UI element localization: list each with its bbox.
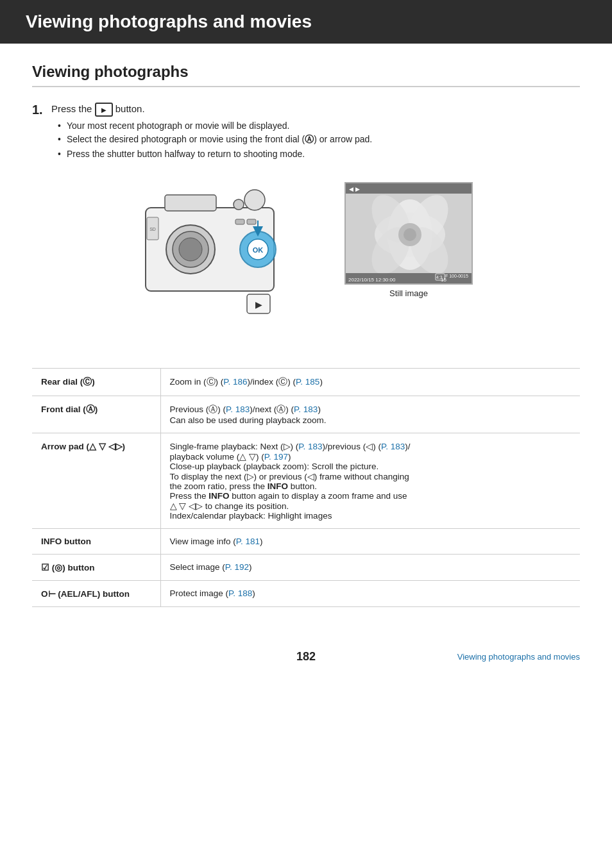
svg-text:SD: SD [149, 227, 156, 231]
step-number: 1. [32, 103, 51, 117]
svg-point-6 [179, 238, 202, 261]
link-p197[interactable]: P. 197 [264, 452, 288, 462]
svg-point-25 [404, 228, 416, 241]
images-row: OK ▶ SD [32, 182, 580, 349]
link-p188[interactable]: P. 188 [228, 588, 252, 598]
svg-text:4:3: 4:3 [436, 275, 443, 280]
table-cell-content: Single-frame playback: Next (▷) (P. 183)… [160, 433, 580, 529]
link-p183a[interactable]: P. 183 [226, 405, 250, 414]
page-footer: 182 Viewing photographs and movies [0, 639, 612, 668]
step-text: Press the button. [51, 103, 580, 117]
bullet-item: Press the shutter button halfway to retu… [58, 149, 580, 159]
bullet-item: Your most recent photograph or movie wil… [58, 121, 580, 131]
svg-text:▶: ▶ [255, 299, 262, 310]
svg-rect-10 [235, 219, 244, 224]
footer-chapter-link[interactable]: Viewing photographs and movies [457, 652, 580, 662]
table-row: Rear dial (Ⓒ) Zoom in (Ⓒ) (P. 186)/index… [32, 369, 580, 396]
svg-rect-1 [165, 195, 216, 211]
table-cell-label: Front dial (Ⓐ) [32, 396, 160, 433]
camera-diagram: OK ▶ SD [139, 182, 319, 349]
info-table: Rear dial (Ⓒ) Zoom in (Ⓒ) (P. 186)/index… [32, 368, 580, 607]
svg-rect-26 [346, 183, 473, 194]
table-cell-content: Previous (Ⓐ) (P. 183)/next (Ⓐ) (P. 183) … [160, 396, 580, 433]
table-row: Front dial (Ⓐ) Previous (Ⓐ) (P. 183)/nex… [32, 396, 580, 433]
link-p183c[interactable]: P. 183 [298, 442, 322, 451]
still-image-label: Still image [389, 288, 428, 298]
table-cell-label: Arrow pad (△ ▽ ◁▷) [32, 433, 160, 529]
page-header-title: Viewing photographs and movies [26, 12, 586, 32]
table-cell-label: ☑ (◎) button [32, 555, 160, 581]
bullet-list: Your most recent photograph or movie wil… [58, 121, 580, 159]
svg-point-2 [244, 190, 265, 210]
still-image-box: ◀ ▶ 2022/10/15 12:30:00 15 F 100-0015 4:… [344, 182, 473, 285]
bullet-item: Select the desired photograph or movie u… [58, 134, 580, 146]
page-content: Viewing photographs 1. Press the button.… [0, 63, 612, 633]
link-p183b[interactable]: P. 183 [294, 405, 318, 414]
table-row: O⊢ (AEL/AFL) button Protect image (P. 18… [32, 581, 580, 607]
page-header: Viewing photographs and movies [0, 0, 612, 44]
svg-rect-11 [247, 219, 256, 224]
svg-point-3 [234, 199, 244, 210]
table-cell-label: O⊢ (AEL/AFL) button [32, 581, 160, 607]
svg-text:F 100-0015: F 100-0015 [445, 274, 468, 278]
table-cell-label: Rear dial (Ⓒ) [32, 369, 160, 396]
step-content: Press the button. Your most recent photo… [51, 103, 580, 169]
playback-button-icon [95, 103, 113, 117]
page-number: 182 [296, 650, 316, 664]
svg-text:OK: OK [253, 246, 264, 254]
section-title: Viewing photographs [32, 63, 580, 87]
table-cell-content: Select image (P. 192) [160, 555, 580, 581]
table-row: INFO button View image info (P. 181) [32, 529, 580, 555]
still-image-container: ◀ ▶ 2022/10/15 12:30:00 15 F 100-0015 4:… [344, 182, 473, 298]
link-p192[interactable]: P. 192 [225, 562, 249, 572]
table-cell-label: INFO button [32, 529, 160, 555]
table-row: Arrow pad (△ ▽ ◁▷) Single-frame playback… [32, 433, 580, 529]
svg-text:◀ ▶: ◀ ▶ [349, 186, 360, 192]
link-p185[interactable]: P. 185 [296, 377, 319, 387]
step-1: 1. Press the button. Your most recent ph… [32, 103, 580, 169]
link-p183d[interactable]: P. 183 [381, 442, 405, 451]
link-p186[interactable]: P. 186 [223, 377, 247, 387]
table-cell-content: Zoom in (Ⓒ) (P. 186)/index (Ⓒ) (P. 185) [160, 369, 580, 396]
table-cell-content: Protect image (P. 188) [160, 581, 580, 607]
svg-text:2022/10/15  12:30:00: 2022/10/15 12:30:00 [348, 277, 396, 283]
link-p181[interactable]: P. 181 [236, 537, 260, 546]
table-row: ☑ (◎) button Select image (P. 192) [32, 555, 580, 581]
table-cell-content: View image info (P. 181) [160, 529, 580, 555]
